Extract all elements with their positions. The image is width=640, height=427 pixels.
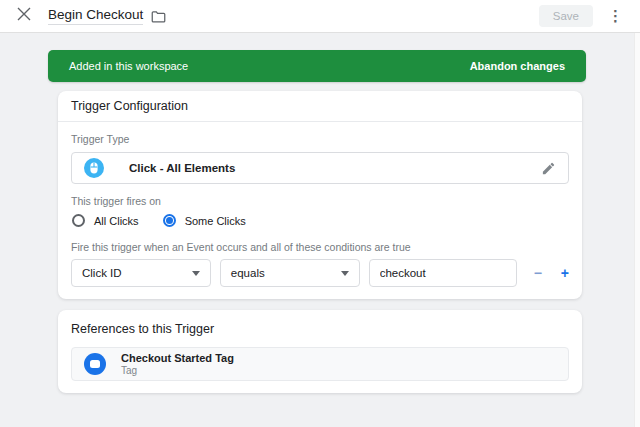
close-icon <box>17 7 31 21</box>
radio-some-clicks[interactable]: Some Clicks <box>163 214 246 227</box>
title-wrap: Begin Checkout <box>48 7 166 25</box>
chevron-down-icon <box>341 271 349 276</box>
edit-pencil-icon[interactable] <box>541 161 556 176</box>
condition-value-input[interactable] <box>369 259 517 287</box>
references-card: References to this Trigger Checkout Star… <box>58 310 582 393</box>
content-area: Added in this workspace Abandon changes … <box>0 33 640 393</box>
condition-operator-value: equals <box>231 267 265 279</box>
workspace-status-banner: Added in this workspace Abandon changes <box>48 50 586 82</box>
trigger-type-row[interactable]: Click - All Elements <box>71 152 569 184</box>
add-condition-button[interactable]: + <box>561 265 569 281</box>
tag-icon <box>84 353 106 375</box>
radio-unselected-icon <box>72 214 85 227</box>
references-card-body: References to this Trigger Checkout Star… <box>58 310 582 393</box>
gtm-trigger-editor-window: Begin Checkout Save ⋮ Added in this work… <box>0 0 640 427</box>
chevron-down-icon <box>192 271 200 276</box>
condition-operator-select[interactable]: equals <box>220 259 360 287</box>
top-bar: Begin Checkout Save ⋮ <box>0 0 640 33</box>
top-bar-actions: Save ⋮ <box>539 5 626 27</box>
reference-list-item[interactable]: Checkout Started Tag Tag <box>71 347 569 381</box>
trigger-type-label: Trigger Type <box>71 133 569 145</box>
scrollbar-track[interactable] <box>634 33 640 427</box>
radio-all-clicks[interactable]: All Clicks <box>72 214 139 227</box>
banner-message: Added in this workspace <box>69 60 188 72</box>
condition-variable-select[interactable]: Click ID <box>71 259 211 287</box>
condition-variable-value: Click ID <box>82 267 122 279</box>
condition-row: Click ID equals − + <box>71 259 569 287</box>
condition-intro-text: Fire this trigger when an Event occurs a… <box>71 241 569 253</box>
trigger-card-header: Trigger Configuration <box>58 91 582 122</box>
kebab-menu-icon[interactable]: ⋮ <box>605 8 626 24</box>
radio-some-clicks-label: Some Clicks <box>185 215 246 227</box>
references-card-title: References to this Trigger <box>71 322 569 336</box>
radio-selected-icon <box>163 214 176 227</box>
page-title[interactable]: Begin Checkout <box>48 7 143 25</box>
close-button[interactable] <box>14 6 34 26</box>
reference-name: Checkout Started Tag <box>121 352 234 364</box>
trigger-card-title: Trigger Configuration <box>71 99 188 113</box>
fires-on-options: All Clicks Some Clicks <box>72 214 569 227</box>
remove-condition-button[interactable]: − <box>534 265 542 281</box>
trigger-card-body: Trigger Type Click - All Elements <box>58 122 582 299</box>
reference-texts: Checkout Started Tag Tag <box>121 352 234 376</box>
save-button[interactable]: Save <box>539 5 593 27</box>
reference-type: Tag <box>121 365 234 376</box>
radio-all-clicks-label: All Clicks <box>94 215 139 227</box>
fires-on-label: This trigger fires on <box>71 195 569 207</box>
mouse-click-trigger-icon <box>84 158 104 178</box>
trigger-type-name: Click - All Elements <box>129 162 541 174</box>
trigger-configuration-card: Trigger Configuration Trigger Type Click… <box>58 91 582 299</box>
folder-icon[interactable] <box>151 10 166 23</box>
abandon-changes-button[interactable]: Abandon changes <box>470 60 565 72</box>
